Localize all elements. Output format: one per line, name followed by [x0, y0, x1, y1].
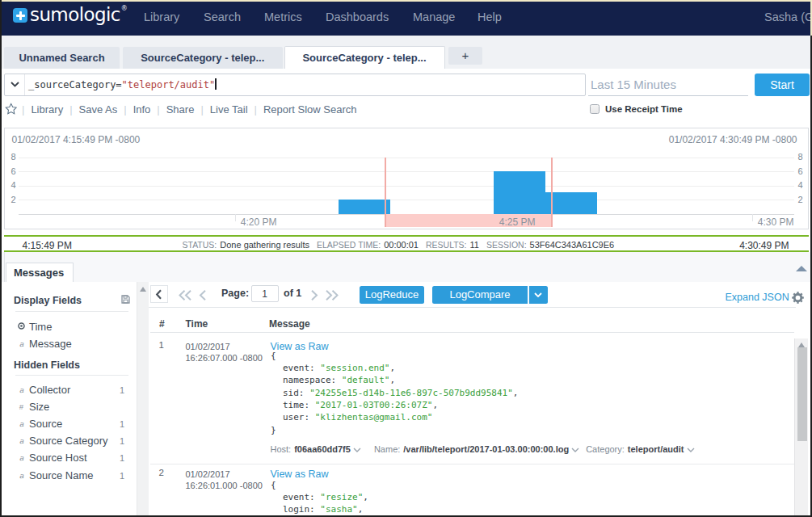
- action-links-row: |Library|Save As|Info|Share|Live Tail|Re…: [2, 99, 810, 125]
- status-label: ELAPSED TIME:: [317, 240, 381, 250]
- col-header-num: #: [159, 318, 165, 330]
- save-fields-icon[interactable]: [121, 295, 130, 304]
- field-label: Collector: [29, 384, 70, 396]
- field-item-source-category[interactable]: aSource Category1: [4, 435, 137, 451]
- action-link-save-as[interactable]: Save As: [79, 103, 118, 116]
- last-page-button[interactable]: [325, 290, 339, 301]
- histogram-bar[interactable]: [494, 171, 545, 214]
- y-tick-label-right: 8: [798, 153, 803, 162]
- gridline: [19, 158, 794, 158]
- histogram-bar[interactable]: [545, 192, 597, 213]
- log-json: {event: "session.end",namespace: "defaul…: [271, 350, 518, 436]
- y-tick-label-left: 4: [9, 181, 16, 190]
- logcompare-dropdown[interactable]: [528, 286, 548, 304]
- nav-item-metrics[interactable]: Metrics: [264, 11, 302, 23]
- selection-left-handle[interactable]: [385, 158, 386, 227]
- expand-json-link[interactable]: Expand JSON: [726, 292, 789, 303]
- search-tab-2[interactable]: SourceCategory - telep...: [123, 47, 284, 69]
- meta-value: teleport/audit: [628, 444, 684, 454]
- col-header-message: Message: [269, 318, 310, 330]
- log-json: {event: "resize",login: "sasha",: [271, 479, 368, 516]
- json-line: time: "2017-01-03T00:26:07Z",: [271, 399, 518, 411]
- logcompare-button[interactable]: LogCompare: [432, 286, 528, 304]
- field-count: 1: [120, 385, 124, 395]
- start-button[interactable]: Start: [755, 74, 810, 96]
- user-menu[interactable]: Sasha (Gr: [764, 11, 812, 23]
- selection-right-handle[interactable]: [551, 158, 553, 227]
- next-page-button[interactable]: [310, 290, 318, 301]
- field-item-source-name[interactable]: aSource Name1: [4, 469, 137, 485]
- row-separator: [150, 464, 795, 464]
- field-item-collector[interactable]: aCollector1: [4, 384, 137, 400]
- top-nav-bar: sumologic® LibrarySearchMetricsDashboard…: [0, 0, 812, 36]
- action-link-live-tail[interactable]: Live Tail: [210, 103, 248, 116]
- view-as-raw-link[interactable]: View as Raw: [271, 469, 329, 480]
- col-header-time: Time: [186, 318, 208, 330]
- nav-item-dashboards[interactable]: Dashboards: [326, 11, 389, 23]
- action-link-info[interactable]: Info: [133, 103, 151, 116]
- y-tick-label-right: 2: [798, 195, 803, 204]
- histogram-bar[interactable]: [339, 200, 390, 214]
- search-row: _sourceCategory="teleport/audit" Last 15…: [2, 69, 810, 99]
- chevron-left-icon: [155, 289, 162, 300]
- use-receipt-time-checkbox[interactable]: [590, 104, 600, 114]
- scroll-thumb[interactable]: [797, 347, 807, 441]
- histogram-panel: 01/02/2017 4:15:49 PM -0800 01/02/2017 4…: [4, 128, 809, 229]
- search-query-input[interactable]: _sourceCategory="teleport/audit": [28, 78, 217, 90]
- collapse-panel-icon[interactable]: [796, 266, 807, 271]
- field-item-source-host[interactable]: aSource Host1: [4, 452, 137, 468]
- search-tab-1[interactable]: Unnamed Search: [4, 47, 120, 69]
- first-page-button[interactable]: [178, 290, 192, 301]
- action-links: |Library|Save As|Info|Share|Live Tail|Re…: [15, 103, 357, 116]
- field-item-source[interactable]: aSource1: [4, 418, 137, 434]
- prev-page-button[interactable]: [199, 290, 207, 301]
- query-history-dropdown[interactable]: [5, 74, 25, 95]
- text-field-icon: a: [19, 453, 24, 462]
- status-start-time: 4:15:49 PM: [23, 240, 72, 251]
- sidebar-scrollbar[interactable]: [137, 282, 149, 516]
- meta-dropdown-icon[interactable]: [687, 443, 695, 455]
- time-range-input[interactable]: Last 15 Minutes: [588, 73, 748, 96]
- separator: |: [157, 103, 159, 116]
- status-label: STATUS:: [183, 240, 217, 250]
- settings-gear-icon[interactable]: [792, 292, 804, 304]
- gridline: [19, 171, 794, 172]
- scroll-up-icon[interactable]: [798, 343, 805, 347]
- meta-dropdown-icon[interactable]: [571, 443, 579, 455]
- search-query-box[interactable]: _sourceCategory="teleport/audit": [4, 74, 586, 96]
- messages-scrollbar[interactable]: [794, 338, 808, 516]
- logreduce-button[interactable]: LogReduce: [360, 286, 424, 304]
- chart-start-timestamp: 01/02/2017 4:15:49 PM -0800: [12, 134, 141, 145]
- json-line: event: "resize",: [271, 491, 368, 503]
- nav-item-help[interactable]: Help: [478, 11, 502, 23]
- row-number: 2: [159, 468, 164, 477]
- chevron-down-icon: [11, 82, 19, 87]
- action-link-share[interactable]: Share: [166, 103, 195, 116]
- field-item-size[interactable]: #Size: [4, 401, 137, 417]
- field-item-time[interactable]: Time: [4, 321, 137, 337]
- x-tick-label: 4:25 PM: [499, 216, 536, 228]
- search-tab-3[interactable]: SourceCategory - telep...: [284, 46, 445, 69]
- text-field-icon: a: [19, 436, 24, 445]
- separator: |: [124, 103, 126, 116]
- nav-item-library[interactable]: Library: [144, 11, 179, 23]
- field-label: Message: [29, 338, 72, 350]
- y-tick-label-right: 4: [798, 181, 803, 190]
- y-tick-label-right: 6: [798, 167, 803, 176]
- action-link-report-slow-search[interactable]: Report Slow Search: [263, 103, 357, 116]
- window-edge-left: [0, 0, 2, 517]
- gridline: [19, 186, 794, 187]
- json-line: user: "klizhentas@gmail.com": [271, 411, 518, 423]
- page-number-input[interactable]: [251, 285, 279, 302]
- nav-item-search[interactable]: Search: [204, 11, 241, 23]
- sumologic-plus-icon: [13, 8, 27, 23]
- action-link-library[interactable]: Library: [31, 103, 63, 116]
- meta-dropdown-icon[interactable]: [353, 443, 361, 455]
- separator: |: [200, 103, 203, 116]
- field-item-message[interactable]: aMessage: [4, 338, 137, 354]
- scroll-up-icon[interactable]: [140, 287, 146, 292]
- tab-messages[interactable]: Messages: [6, 263, 74, 282]
- nav-item-manage[interactable]: Manage: [413, 11, 455, 23]
- new-tab-button[interactable]: +: [448, 47, 482, 65]
- back-button[interactable]: [150, 285, 168, 303]
